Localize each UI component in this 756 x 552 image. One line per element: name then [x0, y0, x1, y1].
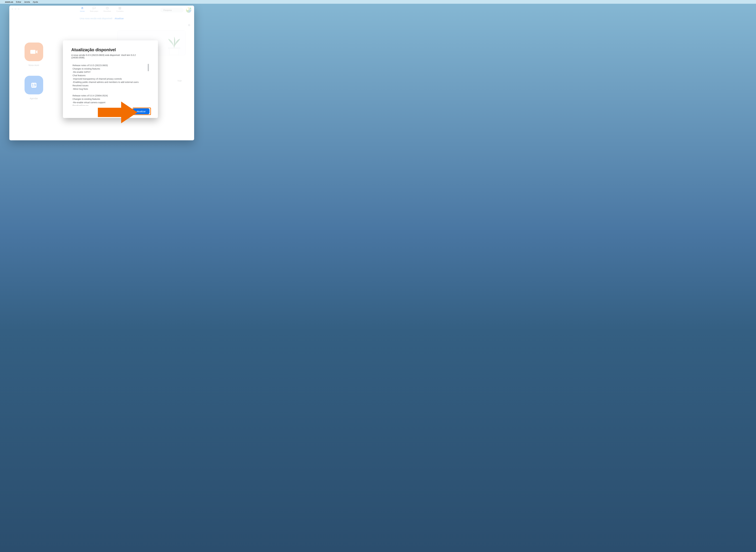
tile-new-meeting-label: Nova reuni — [28, 64, 39, 66]
tab-home-label: Iniciar — [80, 10, 85, 12]
contacts-icon — [118, 7, 122, 10]
clock-icon — [106, 7, 109, 10]
tab-chat-label: Bate-papo — [90, 10, 98, 12]
update-dialog: Atualização disponível A nova versão 5.0… — [63, 40, 158, 118]
update-banner-text: Uma nova versão está disponível! — [80, 17, 112, 20]
tile-schedule[interactable]: 19 Agendar — [21, 76, 46, 102]
update-banner-action[interactable]: Atualizar — [115, 17, 124, 20]
menubar-item-edit[interactable]: Editar — [16, 1, 21, 3]
release-notes-text: Release notes of 5.0.5 (26223.0603) Chan… — [73, 64, 145, 106]
tab-meetings-label: Reuniões — [104, 10, 111, 12]
minimize-icon[interactable] — [15, 8, 16, 10]
close-icon[interactable] — [11, 8, 13, 10]
search-input[interactable] — [163, 9, 190, 11]
svg-point-2 — [120, 7, 120, 8]
tab-chat[interactable]: Bate-papo — [90, 7, 98, 12]
window-titlebar: Iniciar Bate-papo Reuniões Contatos — [9, 6, 194, 15]
chat-icon — [92, 7, 96, 10]
tab-meetings[interactable]: Reuniões — [104, 7, 111, 12]
main-tabs: Iniciar Bate-papo Reuniões Contatos — [80, 7, 123, 12]
svg-rect-6 — [169, 48, 179, 55]
today-label: hoje — [178, 80, 182, 82]
tab-contacts-label: Contatos — [116, 10, 123, 12]
plant-illustration — [165, 33, 183, 55]
settings-gear-icon[interactable] — [187, 24, 191, 27]
update-banner: Uma nova versão está disponível! Atualiz… — [9, 15, 194, 21]
menubar-app-name[interactable]: zoom.us — [5, 1, 13, 3]
dialog-subtitle: A nova versão 5.0.5 (26223.0603) está di… — [71, 54, 149, 59]
calendar-day-number: 19 — [31, 83, 36, 88]
dialog-button-row: Atualizar — [71, 108, 149, 114]
macos-menubar: zoom.us Editar Janela Ajuda — [0, 0, 756, 4]
release-notes[interactable]: Release notes of 5.0.5 (26223.0603) Chan… — [71, 63, 149, 106]
window-traffic-lights[interactable] — [11, 8, 20, 10]
calendar-icon: 19 — [24, 76, 43, 94]
update-button[interactable]: Atualizar — [133, 108, 149, 114]
video-icon — [24, 42, 43, 61]
menubar-item-help[interactable]: Ajuda — [33, 1, 38, 3]
dialog-title: Atualização disponível — [71, 47, 149, 52]
zoom-main-window: Iniciar Bate-papo Reuniões Contatos — [9, 6, 194, 140]
tab-contacts[interactable]: Contatos — [116, 7, 123, 12]
menubar-item-window[interactable]: Janela — [24, 1, 30, 3]
tab-home[interactable]: Iniciar — [80, 7, 85, 12]
tile-new-meeting[interactable]: Nova reuni — [21, 42, 46, 69]
scrollbar-thumb[interactable] — [148, 64, 149, 71]
user-avatar[interactable] — [186, 7, 191, 13]
zoom-icon[interactable] — [18, 8, 20, 10]
search-box[interactable] — [160, 8, 183, 12]
home-icon — [81, 7, 84, 10]
tile-schedule-label: Agendar — [30, 97, 38, 100]
